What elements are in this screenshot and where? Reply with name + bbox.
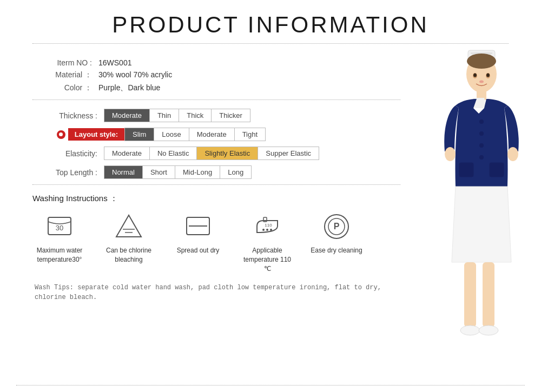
svg-point-22: [479, 131, 484, 136]
thickness-options: Moderate Thin Thick Thicker: [104, 109, 250, 122]
svg-rect-26: [489, 162, 504, 177]
top-length-row: Top Length : Normal Short Mid-Long Long: [32, 165, 400, 179]
page-title: PRODUCT INFORMATION: [0, 0, 541, 43]
svg-point-32: [479, 325, 498, 335]
top-length-options: Normal Short Mid-Long Long: [104, 165, 252, 179]
item-no-value: 16WS001: [98, 58, 131, 67]
layout-style-row: Layout style: Slim Loose Moderate Tight: [32, 128, 400, 141]
left-panel: Iterm NO : 16WS001 Material ： 30% wool 7…: [32, 49, 400, 302]
wash-item-bleach: Can be chlorine bleaching: [102, 211, 156, 264]
product-info: Iterm NO : 16WS001 Material ： 30% wool 7…: [32, 58, 400, 93]
elasticity-slightly[interactable]: Slightly Elastic: [197, 147, 258, 160]
washing-section: Washing Instructions ： 30 Maximum water …: [32, 194, 400, 302]
elasticity-options: Moderate No Elastic Slightly Elastic Sup…: [104, 147, 319, 160]
thickness-moderate[interactable]: Moderate: [104, 109, 150, 122]
elasticity-row: Elasticity: Moderate No Elastic Slightly…: [32, 147, 400, 160]
wash-label-bleach: Can be chlorine bleaching: [102, 246, 156, 264]
wash-label-spread: Spread out dry: [177, 246, 220, 255]
model-figure: [422, 46, 536, 376]
wash-label-iron: Applicable temperature 110 ℃: [240, 246, 294, 273]
material-row: Material ： 30% wool 70% acrylic: [32, 70, 400, 80]
item-no-row: Iterm NO : 16WS001: [32, 58, 400, 67]
thickness-thin[interactable]: Thin: [150, 109, 179, 122]
thickness-label: Thickness :: [32, 111, 97, 120]
layout-loose[interactable]: Loose: [154, 128, 189, 141]
layout-tight[interactable]: Tight: [235, 128, 265, 141]
svg-marker-2: [116, 215, 141, 237]
washing-title: Washing Instructions ：: [32, 194, 400, 204]
length-short[interactable]: Short: [143, 166, 175, 178]
svg-point-9: [266, 229, 268, 231]
wash-item-spread: Spread out dry: [171, 211, 225, 255]
svg-point-31: [460, 325, 480, 335]
thickness-thick[interactable]: Thick: [179, 109, 212, 122]
svg-text:110: 110: [265, 223, 272, 228]
wash-label-water: Maximum water temperature30°: [32, 246, 87, 264]
color-label: Color ：: [32, 83, 92, 93]
top-length-label: Top Length :: [32, 168, 97, 177]
elasticity-label: Elasticity:: [32, 149, 97, 158]
svg-text:P: P: [334, 222, 340, 231]
svg-point-36: [486, 74, 490, 77]
elasticity-no[interactable]: No Elastic: [150, 147, 197, 160]
water-temp-icon: 30: [44, 211, 75, 242]
svg-point-18: [467, 54, 496, 69]
svg-point-35: [473, 74, 477, 77]
svg-point-8: [262, 229, 265, 231]
middle-divider-2: [32, 184, 400, 185]
wash-item-iron: 110 Applicable temperature 110 ℃: [240, 211, 294, 273]
wash-item-water: 30 Maximum water temperature30°: [32, 211, 87, 264]
layout-style-label: Layout style:: [68, 128, 124, 141]
elasticity-supper[interactable]: Supper Elastic: [258, 147, 319, 160]
top-divider: [32, 43, 509, 44]
attributes-section: Thickness : Moderate Thin Thick Thicker …: [32, 109, 400, 179]
svg-rect-25: [459, 162, 474, 177]
elasticity-moderate[interactable]: Moderate: [104, 147, 150, 160]
svg-point-24: [479, 155, 484, 160]
svg-point-10: [270, 229, 272, 231]
color-row: Color ： Purple、Dark blue: [32, 83, 400, 93]
svg-rect-29: [464, 262, 476, 327]
iron-temp-icon: 110: [252, 211, 282, 242]
svg-point-23: [479, 143, 484, 148]
length-mid-long[interactable]: Mid-Long: [175, 166, 220, 178]
item-no-label: Iterm NO :: [32, 58, 92, 67]
length-long[interactable]: Long: [220, 166, 251, 178]
svg-point-28: [507, 147, 518, 161]
thickness-thicker[interactable]: Thicker: [212, 109, 250, 122]
wash-label-dryclean: Ease dry cleaning: [311, 246, 362, 255]
layout-radio-icon: [57, 130, 65, 139]
middle-divider-1: [32, 99, 400, 100]
material-label: Material ：: [32, 70, 92, 80]
spread-dry-icon: [183, 211, 213, 242]
layout-slim[interactable]: Slim: [125, 128, 154, 141]
layout-options: Slim Loose Moderate Tight: [124, 128, 266, 141]
thickness-row: Thickness : Moderate Thin Thick Thicker: [32, 109, 400, 122]
svg-point-27: [445, 147, 456, 161]
svg-rect-30: [483, 262, 494, 327]
wash-tips: Wash Tips: separate cold water hand wash…: [32, 283, 400, 302]
material-value: 30% wool 70% acrylic: [98, 70, 172, 80]
bottom-divider: [16, 385, 525, 386]
svg-point-37: [479, 81, 484, 83]
svg-point-21: [479, 119, 484, 124]
washing-icons: 30 Maximum water temperature30° Can be c…: [32, 211, 400, 273]
color-value: Purple、Dark blue: [98, 83, 160, 93]
bleach-icon: [114, 211, 144, 242]
wash-item-dryclean: P Ease dry cleaning: [309, 211, 364, 255]
dry-clean-icon: P: [321, 211, 352, 242]
layout-moderate[interactable]: Moderate: [189, 128, 235, 141]
svg-text:30: 30: [56, 224, 63, 232]
layout-label-cell: Layout style:: [32, 128, 124, 141]
length-normal[interactable]: Normal: [104, 166, 143, 178]
